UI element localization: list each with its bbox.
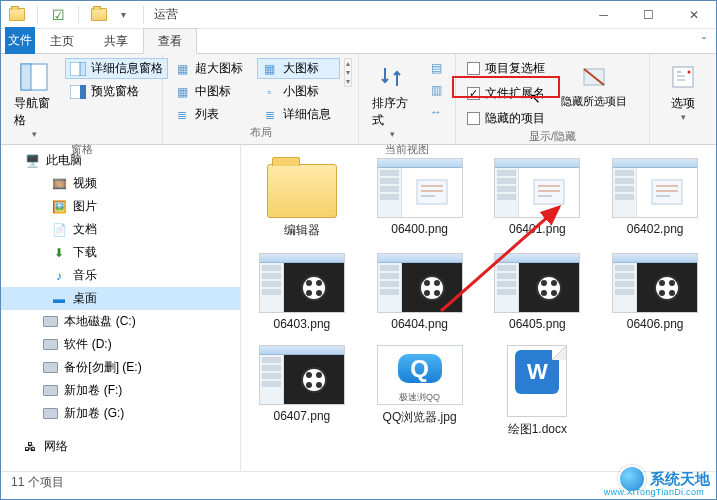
tree-pictures[interactable]: 🖼️图片 xyxy=(1,195,240,218)
tree-music[interactable]: ♪音乐 xyxy=(1,264,240,287)
folder-icon[interactable] xyxy=(91,7,107,23)
svg-rect-5 xyxy=(80,85,86,99)
file-item[interactable]: 06401.png xyxy=(481,153,595,244)
view-extra-large[interactable]: ▦超大图标 xyxy=(169,58,253,79)
file-name: 06405.png xyxy=(509,317,566,331)
app-icon[interactable] xyxy=(9,7,25,23)
file-name: 06402.png xyxy=(627,222,684,236)
annotation-highlight xyxy=(452,76,560,98)
file-name: 06401.png xyxy=(509,222,566,236)
maximize-button[interactable]: ☐ xyxy=(626,1,671,29)
file-name: 06407.png xyxy=(274,409,331,423)
details-pane-button[interactable]: 详细信息窗格 xyxy=(65,58,168,79)
view-medium[interactable]: ▦中图标 xyxy=(169,81,253,102)
title-bar: ☑ ▾ 运营 ─ ☐ ✕ xyxy=(1,1,716,29)
file-pane[interactable]: 编辑器06400.png06401.png06402.png06403.png0… xyxy=(241,145,716,471)
file-item[interactable]: 06407.png xyxy=(245,340,359,443)
svg-rect-8 xyxy=(673,67,693,87)
file-item[interactable]: 06403.png xyxy=(245,248,359,336)
file-item[interactable]: 06406.png xyxy=(598,248,712,336)
tab-file[interactable]: 文件 xyxy=(5,27,35,54)
file-item[interactable]: Q极速浏QQQQ浏览器.jpg xyxy=(363,340,477,443)
file-item[interactable]: 06405.png xyxy=(481,248,595,336)
ribbon-tabs: 文件 主页 共享 查看 ˇ xyxy=(1,29,716,54)
thumbnail xyxy=(259,345,345,405)
tree-desktop[interactable]: ▬桌面 xyxy=(1,287,240,310)
tab-share[interactable]: 共享 xyxy=(89,28,143,54)
hide-selected-label: 隐藏所选项目 xyxy=(561,95,627,108)
file-name: 06403.png xyxy=(274,317,331,331)
qat-dropdown-icon[interactable]: ▾ xyxy=(115,7,131,23)
tree-drive-g[interactable]: ›新加卷 (G:) xyxy=(1,402,240,425)
tree-drive-d[interactable]: ›软件 (D:) xyxy=(1,333,240,356)
status-item-count: 11 个项目 xyxy=(11,474,64,491)
group-layout-label: 布局 xyxy=(169,125,352,142)
file-item[interactable]: 06400.png xyxy=(363,153,477,244)
file-name: 绘图1.docx xyxy=(508,421,567,438)
minimize-button[interactable]: ─ xyxy=(581,1,626,29)
nav-pane-label: 导航窗格 xyxy=(14,95,54,129)
tree-drive-f[interactable]: ›新加卷 (F:) xyxy=(1,379,240,402)
quick-access-toolbar: ☑ ▾ xyxy=(1,6,148,24)
add-columns-button[interactable]: ▥ xyxy=(423,80,449,100)
separator xyxy=(78,6,79,24)
tree-documents[interactable]: 📄文档 xyxy=(1,218,240,241)
ribbon: 导航窗格 ▾ 详细信息窗格 预览窗格 窗格 ▦超大图标 ▦中图标 ≣列表 xyxy=(1,53,716,145)
options-button[interactable]: 选项 ▾ xyxy=(656,58,710,125)
tree-network[interactable]: ›🖧网络 xyxy=(1,435,240,458)
hidden-items-toggle[interactable]: 隐藏的项目 xyxy=(462,108,550,129)
thumbnail: W xyxy=(507,345,567,417)
hide-selected-button[interactable]: 隐藏所选项目 xyxy=(554,58,634,111)
nav-pane-button[interactable]: 导航窗格 ▾ xyxy=(7,58,61,142)
group-by-button[interactable]: ▤ xyxy=(423,58,449,78)
thumbnail xyxy=(377,158,463,218)
group-layout: ▦超大图标 ▦中图标 ≣列表 ▦大图标 ▫小图标 ≣详细信息 ▴▾▾ 布局 xyxy=(163,54,359,144)
tree-videos[interactable]: 🎞️视频 xyxy=(1,172,240,195)
watermark-url: www.XiTongTianDi.com xyxy=(604,487,704,497)
watermark-text: 系统天地 xyxy=(650,470,710,489)
view-list[interactable]: ≣列表 xyxy=(169,104,253,125)
tab-view[interactable]: 查看 xyxy=(143,28,197,54)
content-area: ˅🖥️此电脑 🎞️视频 🖼️图片 📄文档 ⬇下载 ♪音乐 ▬桌面 ›本地磁盘 (… xyxy=(1,145,716,471)
file-name: 06404.png xyxy=(391,317,448,331)
nav-tree[interactable]: ˅🖥️此电脑 🎞️视频 🖼️图片 📄文档 ⬇下载 ♪音乐 ▬桌面 ›本地磁盘 (… xyxy=(1,145,241,471)
file-item[interactable]: 06402.png xyxy=(598,153,712,244)
sort-by-button[interactable]: 排序方式 ▾ xyxy=(365,58,419,142)
thumbnail xyxy=(259,253,345,313)
view-small[interactable]: ▫小图标 xyxy=(257,81,341,102)
tab-home[interactable]: 主页 xyxy=(35,28,89,54)
group-show-hide-label: 显示/隐藏 xyxy=(462,129,643,146)
preview-pane-label: 预览窗格 xyxy=(91,83,139,100)
view-large[interactable]: ▦大图标 xyxy=(257,58,341,79)
sort-by-label: 排序方式 xyxy=(372,95,412,129)
thumbnail: Q极速浏QQ xyxy=(377,345,463,405)
file-item[interactable]: 编辑器 xyxy=(245,153,359,244)
close-button[interactable]: ✕ xyxy=(671,1,716,29)
file-item[interactable]: W绘图1.docx xyxy=(481,340,595,443)
group-panes: 导航窗格 ▾ 详细信息窗格 预览窗格 窗格 xyxy=(1,54,163,144)
file-item[interactable]: 06404.png xyxy=(363,248,477,336)
properties-icon[interactable]: ☑ xyxy=(50,7,66,23)
svg-rect-1 xyxy=(21,64,31,90)
view-details[interactable]: ≣详细信息 xyxy=(257,104,341,125)
svg-rect-17 xyxy=(534,180,564,204)
tree-downloads[interactable]: ⬇下载 xyxy=(1,241,240,264)
size-columns-button[interactable]: ↔ xyxy=(423,102,449,122)
window-title: 运营 xyxy=(154,6,178,23)
layout-scroll[interactable]: ▴▾▾ xyxy=(344,58,352,87)
thumbnail xyxy=(612,158,698,218)
options-label: 选项 xyxy=(671,95,695,112)
file-name: QQ浏览器.jpg xyxy=(383,409,457,426)
tree-drive-c[interactable]: ›本地磁盘 (C:) xyxy=(1,310,240,333)
group-current-view-label: 当前视图 xyxy=(365,142,449,159)
svg-point-12 xyxy=(688,71,691,74)
thumbnail xyxy=(494,253,580,313)
ribbon-collapse-icon[interactable]: ˇ xyxy=(692,32,716,54)
file-name: 06400.png xyxy=(391,222,448,236)
preview-pane-button[interactable]: 预览窗格 xyxy=(65,81,168,102)
file-name: 06406.png xyxy=(627,317,684,331)
group-options: 选项 ▾ xyxy=(650,54,716,144)
tree-drive-e[interactable]: ›备份[勿删] (E:) xyxy=(1,356,240,379)
folder-icon xyxy=(267,164,337,218)
svg-rect-21 xyxy=(652,180,682,204)
